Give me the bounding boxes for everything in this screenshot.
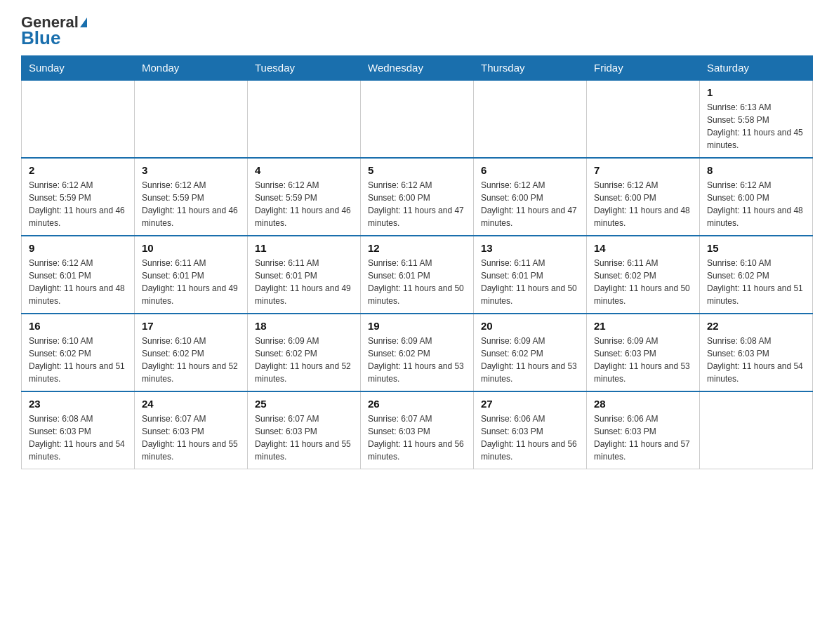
logo-triangle-icon <box>80 18 87 27</box>
calendar-cell: 21Sunrise: 6:09 AM Sunset: 6:03 PM Dayli… <box>587 314 700 391</box>
day-sun-info: Sunrise: 6:09 AM Sunset: 6:02 PM Dayligh… <box>481 335 579 385</box>
day-number: 17 <box>142 320 240 332</box>
calendar-cell: 7Sunrise: 6:12 AM Sunset: 6:00 PM Daylig… <box>587 158 700 236</box>
day-number: 19 <box>368 320 466 332</box>
day-sun-info: Sunrise: 6:11 AM Sunset: 6:01 PM Dayligh… <box>255 257 353 307</box>
day-sun-info: Sunrise: 6:07 AM Sunset: 6:03 PM Dayligh… <box>368 412 466 463</box>
day-sun-info: Sunrise: 6:10 AM Sunset: 6:02 PM Dayligh… <box>29 335 127 385</box>
day-number: 28 <box>594 398 692 410</box>
calendar-cell <box>474 80 587 158</box>
calendar-cell: 6Sunrise: 6:12 AM Sunset: 6:00 PM Daylig… <box>474 158 587 236</box>
calendar-week-row: 2Sunrise: 6:12 AM Sunset: 5:59 PM Daylig… <box>22 158 813 236</box>
day-number: 5 <box>368 164 466 176</box>
calendar-body: 1Sunrise: 6:13 AM Sunset: 5:58 PM Daylig… <box>22 80 813 469</box>
day-number: 11 <box>255 242 353 254</box>
logo: General Blue <box>21 14 87 48</box>
day-sun-info: Sunrise: 6:07 AM Sunset: 6:03 PM Dayligh… <box>142 412 240 463</box>
page-header: General Blue <box>21 14 813 48</box>
day-sun-info: Sunrise: 6:11 AM Sunset: 6:01 PM Dayligh… <box>142 257 240 307</box>
day-number: 7 <box>594 164 692 176</box>
day-number: 27 <box>481 398 579 410</box>
day-number: 10 <box>142 242 240 254</box>
calendar-week-row: 1Sunrise: 6:13 AM Sunset: 5:58 PM Daylig… <box>22 80 813 158</box>
calendar-cell: 3Sunrise: 6:12 AM Sunset: 5:59 PM Daylig… <box>135 158 248 236</box>
calendar-cell: 8Sunrise: 6:12 AM Sunset: 6:00 PM Daylig… <box>700 158 813 236</box>
calendar-cell: 11Sunrise: 6:11 AM Sunset: 6:01 PM Dayli… <box>248 236 361 314</box>
calendar-cell: 13Sunrise: 6:11 AM Sunset: 6:01 PM Dayli… <box>474 236 587 314</box>
calendar-cell <box>22 80 135 158</box>
day-of-week-header: Thursday <box>474 55 587 80</box>
calendar-table: SundayMondayTuesdayWednesdayThursdayFrid… <box>21 55 813 469</box>
calendar-week-row: 16Sunrise: 6:10 AM Sunset: 6:02 PM Dayli… <box>22 314 813 391</box>
calendar-week-row: 23Sunrise: 6:08 AM Sunset: 6:03 PM Dayli… <box>22 391 813 469</box>
calendar-cell: 25Sunrise: 6:07 AM Sunset: 6:03 PM Dayli… <box>248 391 361 469</box>
calendar-cell: 23Sunrise: 6:08 AM Sunset: 6:03 PM Dayli… <box>22 391 135 469</box>
calendar-cell <box>135 80 248 158</box>
day-number: 23 <box>29 398 127 410</box>
day-number: 24 <box>142 398 240 410</box>
day-number: 15 <box>707 242 805 254</box>
calendar-cell: 18Sunrise: 6:09 AM Sunset: 6:02 PM Dayli… <box>248 314 361 391</box>
day-sun-info: Sunrise: 6:10 AM Sunset: 6:02 PM Dayligh… <box>142 335 240 385</box>
day-sun-info: Sunrise: 6:09 AM Sunset: 6:03 PM Dayligh… <box>594 335 692 385</box>
day-number: 13 <box>481 242 579 254</box>
day-sun-info: Sunrise: 6:11 AM Sunset: 6:01 PM Dayligh… <box>368 257 466 307</box>
day-sun-info: Sunrise: 6:08 AM Sunset: 6:03 PM Dayligh… <box>29 412 127 463</box>
calendar-cell: 17Sunrise: 6:10 AM Sunset: 6:02 PM Dayli… <box>135 314 248 391</box>
day-number: 1 <box>707 86 805 98</box>
calendar-cell: 4Sunrise: 6:12 AM Sunset: 5:59 PM Daylig… <box>248 158 361 236</box>
day-sun-info: Sunrise: 6:08 AM Sunset: 6:03 PM Dayligh… <box>707 335 805 385</box>
calendar-week-row: 9Sunrise: 6:12 AM Sunset: 6:01 PM Daylig… <box>22 236 813 314</box>
calendar-cell: 19Sunrise: 6:09 AM Sunset: 6:02 PM Dayli… <box>361 314 474 391</box>
day-sun-info: Sunrise: 6:06 AM Sunset: 6:03 PM Dayligh… <box>594 412 692 463</box>
calendar-cell <box>361 80 474 158</box>
day-sun-info: Sunrise: 6:12 AM Sunset: 6:00 PM Dayligh… <box>481 179 579 229</box>
day-number: 16 <box>29 320 127 332</box>
calendar-cell: 14Sunrise: 6:11 AM Sunset: 6:02 PM Dayli… <box>587 236 700 314</box>
day-sun-info: Sunrise: 6:11 AM Sunset: 6:01 PM Dayligh… <box>481 257 579 307</box>
calendar-cell: 22Sunrise: 6:08 AM Sunset: 6:03 PM Dayli… <box>700 314 813 391</box>
day-number: 18 <box>255 320 353 332</box>
calendar-header: SundayMondayTuesdayWednesdayThursdayFrid… <box>22 55 813 80</box>
day-sun-info: Sunrise: 6:12 AM Sunset: 6:00 PM Dayligh… <box>594 179 692 229</box>
day-of-week-header: Friday <box>587 55 700 80</box>
calendar-cell <box>700 391 813 469</box>
day-sun-info: Sunrise: 6:09 AM Sunset: 6:02 PM Dayligh… <box>255 335 353 385</box>
calendar-cell: 20Sunrise: 6:09 AM Sunset: 6:02 PM Dayli… <box>474 314 587 391</box>
calendar-cell: 10Sunrise: 6:11 AM Sunset: 6:01 PM Dayli… <box>135 236 248 314</box>
calendar-cell: 2Sunrise: 6:12 AM Sunset: 5:59 PM Daylig… <box>22 158 135 236</box>
calendar-cell: 9Sunrise: 6:12 AM Sunset: 6:01 PM Daylig… <box>22 236 135 314</box>
day-number: 9 <box>29 242 127 254</box>
day-sun-info: Sunrise: 6:06 AM Sunset: 6:03 PM Dayligh… <box>481 412 579 463</box>
day-of-week-header: Saturday <box>700 55 813 80</box>
day-number: 14 <box>594 242 692 254</box>
day-number: 4 <box>255 164 353 176</box>
calendar-cell: 15Sunrise: 6:10 AM Sunset: 6:02 PM Dayli… <box>700 236 813 314</box>
day-sun-info: Sunrise: 6:12 AM Sunset: 5:59 PM Dayligh… <box>255 179 353 229</box>
day-sun-info: Sunrise: 6:12 AM Sunset: 5:59 PM Dayligh… <box>29 179 127 229</box>
day-number: 12 <box>368 242 466 254</box>
calendar-cell <box>248 80 361 158</box>
day-sun-info: Sunrise: 6:07 AM Sunset: 6:03 PM Dayligh… <box>255 412 353 463</box>
calendar-cell: 26Sunrise: 6:07 AM Sunset: 6:03 PM Dayli… <box>361 391 474 469</box>
day-number: 21 <box>594 320 692 332</box>
day-number: 6 <box>481 164 579 176</box>
calendar-cell <box>587 80 700 158</box>
day-number: 25 <box>255 398 353 410</box>
day-number: 20 <box>481 320 579 332</box>
days-of-week-row: SundayMondayTuesdayWednesdayThursdayFrid… <box>22 55 813 80</box>
day-number: 22 <box>707 320 805 332</box>
day-sun-info: Sunrise: 6:13 AM Sunset: 5:58 PM Dayligh… <box>707 101 805 152</box>
calendar-cell: 27Sunrise: 6:06 AM Sunset: 6:03 PM Dayli… <box>474 391 587 469</box>
calendar-cell: 5Sunrise: 6:12 AM Sunset: 6:00 PM Daylig… <box>361 158 474 236</box>
calendar-cell: 24Sunrise: 6:07 AM Sunset: 6:03 PM Dayli… <box>135 391 248 469</box>
day-of-week-header: Sunday <box>22 55 135 80</box>
day-number: 26 <box>368 398 466 410</box>
day-sun-info: Sunrise: 6:12 AM Sunset: 6:01 PM Dayligh… <box>29 257 127 307</box>
day-number: 8 <box>707 164 805 176</box>
day-of-week-header: Wednesday <box>361 55 474 80</box>
day-sun-info: Sunrise: 6:11 AM Sunset: 6:02 PM Dayligh… <box>594 257 692 307</box>
calendar-cell: 28Sunrise: 6:06 AM Sunset: 6:03 PM Dayli… <box>587 391 700 469</box>
logo-blue-text: Blue <box>21 28 60 48</box>
day-number: 2 <box>29 164 127 176</box>
